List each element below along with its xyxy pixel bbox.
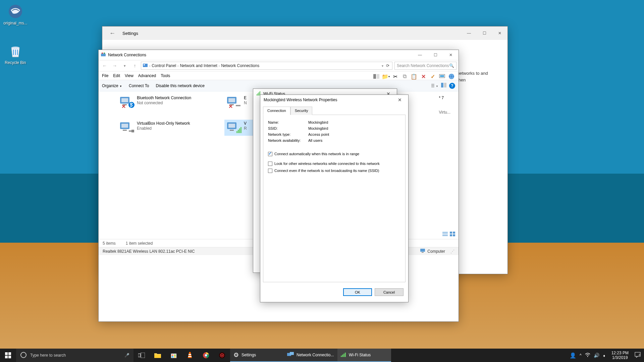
partial-item-right: * 7 Virtu... xyxy=(439,96,450,115)
address-path[interactable]: › Control Panel › Network and Internet ›… xyxy=(141,62,392,70)
search-input[interactable]: Search Network Connections 🔍 xyxy=(394,62,457,70)
check-label: Look for other wireless networks while c… xyxy=(274,162,380,166)
close-button[interactable]: ✕ xyxy=(443,50,459,60)
disable-device-button[interactable]: Disable this network device xyxy=(156,83,204,88)
svg-rect-32 xyxy=(238,130,239,133)
cancel-button[interactable]: Cancel xyxy=(375,288,404,296)
connection-name: V xyxy=(244,121,247,126)
tab-connection[interactable]: Connection xyxy=(263,107,290,115)
resize-grip-icon[interactable]: ⋰ xyxy=(448,249,454,254)
tray-wifi-icon[interactable] xyxy=(585,353,590,358)
store-icon[interactable] xyxy=(166,349,182,362)
svg-text:✕: ✕ xyxy=(228,104,233,109)
minimize-button[interactable]: — xyxy=(461,28,477,38)
breadcrumb[interactable]: Network Connections xyxy=(221,63,259,68)
close-button[interactable]: ✕ xyxy=(395,97,405,103)
organize-button[interactable]: Organize ▼ xyxy=(102,83,122,88)
props-titlebar[interactable]: Mockingbird Wireless Network Properties … xyxy=(260,95,408,105)
svg-rect-61 xyxy=(189,354,191,355)
check-look-other-networks[interactable]: Look for other wireless networks while c… xyxy=(268,162,400,166)
svg-rect-73 xyxy=(343,354,344,357)
action-center-icon[interactable]: 2 xyxy=(635,352,641,359)
close-button[interactable]: ✕ xyxy=(492,28,507,38)
minimize-button[interactable]: — xyxy=(412,50,428,60)
maximize-button[interactable]: ☐ xyxy=(477,28,492,38)
taskbar-app-settings[interactable]: ⚙ Settings xyxy=(230,349,284,362)
settings-title: Settings xyxy=(122,31,138,36)
check-auto-connect[interactable]: Connect automatically when this network … xyxy=(268,152,400,156)
task-view-icon[interactable] xyxy=(133,349,150,362)
tray-volume-icon[interactable]: 🔊 xyxy=(594,353,599,358)
connection-name: E xyxy=(244,96,247,101)
taskbar-clock[interactable]: 12:23 PM 1/3/2019 xyxy=(609,351,631,360)
split-icon[interactable] xyxy=(372,72,380,80)
preview-icon[interactable] xyxy=(441,83,446,88)
menu-advanced[interactable]: Advanced xyxy=(138,73,156,78)
delete-icon[interactable]: ✕ xyxy=(419,72,427,80)
svg-rect-39 xyxy=(453,232,455,234)
cut-icon[interactable]: ✂ xyxy=(391,72,399,80)
menu-tools[interactable]: Tools xyxy=(161,73,170,78)
svg-rect-51 xyxy=(8,356,11,358)
check-connect-hidden[interactable]: Connect even if the network is not broad… xyxy=(268,169,400,173)
taskbar-app-label: Wi-Fi Status xyxy=(349,353,371,357)
connection-vbox[interactable]: VirtualBox Host-Only Network Enabled xyxy=(117,120,198,136)
taskbar-app-wifi-status[interactable]: Wi-Fi Status xyxy=(337,349,391,362)
nav-forward-button[interactable]: → xyxy=(111,62,119,70)
svg-rect-7 xyxy=(373,74,376,79)
connection-name: VirtualBox Host-Only Network xyxy=(137,121,190,126)
ok-button[interactable]: OK xyxy=(343,288,372,296)
paste-icon[interactable]: 📋 xyxy=(410,72,418,80)
taskbar-app-network-connections[interactable]: Network Connectio... xyxy=(284,349,337,362)
check-icon[interactable]: ✓ xyxy=(429,72,437,80)
nc-titlebar[interactable]: Network Connections — ☐ ✕ xyxy=(99,50,459,60)
start-button[interactable] xyxy=(0,349,16,362)
refresh-icon[interactable]: ⟳ xyxy=(385,63,391,68)
check-label: Connect even if the network is not broad… xyxy=(274,169,379,173)
tray-chevron-icon[interactable]: ^ xyxy=(580,353,582,358)
recycle-bin-icon xyxy=(7,43,23,59)
nav-recent-button[interactable]: ▾ xyxy=(121,62,129,70)
svg-rect-55 xyxy=(154,355,161,358)
svg-rect-54 xyxy=(141,353,145,358)
help-icon[interactable]: ? xyxy=(449,83,455,89)
status-selected: 1 item selected xyxy=(126,241,153,246)
settings-titlebar[interactable]: ← Settings — ☐ ✕ xyxy=(102,26,507,40)
globe-icon[interactable] xyxy=(447,72,455,80)
menu-edit[interactable]: Edit xyxy=(113,73,120,78)
taskbar-app-label: Settings xyxy=(241,353,256,357)
tab-security[interactable]: Security xyxy=(290,107,313,115)
mic-icon[interactable]: 🎤 xyxy=(124,353,129,358)
view-tiles-icon[interactable] xyxy=(450,232,455,238)
tray-dropbox-icon[interactable]: ⬧ xyxy=(603,353,605,358)
people-icon[interactable]: 👤 xyxy=(570,352,576,359)
connect-to-button[interactable]: Connect To xyxy=(129,83,149,88)
connection-bluetooth[interactable]: ✕ Bluetooth Network Connection Not conne… xyxy=(117,94,198,110)
breadcrumb[interactable]: Network and Internet xyxy=(180,63,217,68)
back-arrow-icon[interactable]: ← xyxy=(102,30,122,37)
svg-rect-21 xyxy=(121,124,128,128)
view-icon[interactable]: ☰ ▼ xyxy=(431,83,438,88)
monitor-icon[interactable] xyxy=(438,72,446,80)
taskbar-search[interactable]: Type here to search 🎤 xyxy=(16,349,133,362)
menu-view[interactable]: View xyxy=(125,73,133,78)
address-bar: ← → ▾ ↑ › Control Panel › Network and In… xyxy=(99,60,459,71)
folder-icon[interactable]: 📁▾ xyxy=(382,72,390,80)
desktop-thunderbird-icon[interactable]: original_ms... xyxy=(2,3,29,25)
svg-rect-62 xyxy=(188,356,192,357)
svg-rect-10 xyxy=(440,75,444,77)
breadcrumb[interactable]: Control Panel xyxy=(152,63,176,68)
view-details-icon[interactable] xyxy=(442,232,448,238)
desktop-recycle-bin[interactable]: Recycle Bin xyxy=(2,43,29,65)
app-icon[interactable] xyxy=(214,349,230,362)
computer-icon xyxy=(420,248,425,254)
maximize-button[interactable]: ☐ xyxy=(428,50,443,60)
nav-back-button[interactable]: ← xyxy=(101,62,109,70)
svg-rect-58 xyxy=(174,355,176,356)
file-explorer-icon[interactable] xyxy=(150,349,166,362)
vlc-icon[interactable] xyxy=(182,349,198,362)
menu-file[interactable]: File xyxy=(102,73,108,78)
chrome-icon[interactable] xyxy=(198,349,214,362)
copy-icon[interactable]: ⧉ xyxy=(400,72,409,80)
nav-up-button[interactable]: ↑ xyxy=(131,62,139,70)
